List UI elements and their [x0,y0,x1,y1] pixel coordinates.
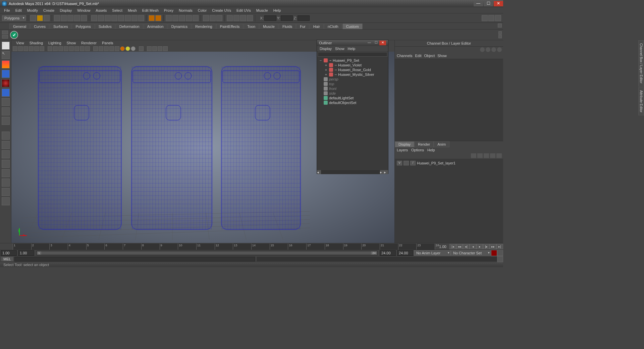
select-tool[interactable]: ↖ [2,42,10,50]
shelf-tab-fur[interactable]: Fur [296,23,309,29]
cb-tab-channels[interactable]: Channels [397,54,412,58]
shelf-scroll-down-icon[interactable] [498,35,502,38]
cb-icon-4[interactable] [497,47,502,52]
vp-film-gate-icon[interactable] [53,46,58,51]
vp-2d-pan-icon[interactable] [34,46,39,51]
vp-gamma-icon[interactable] [163,46,168,51]
select-object-icon[interactable] [74,15,80,21]
menu-color[interactable]: Color [196,8,209,12]
shelf-menu-icon[interactable] [2,31,8,34]
shelf-tab-animation[interactable]: Animation [144,23,167,29]
vp-field-chart-icon[interactable] [69,46,74,51]
vp-ssao-icon[interactable] [120,46,125,51]
outliner-node[interactable]: side [318,91,387,96]
outliner-node[interactable]: +⊸Huawei_Mystic_Silver [318,72,387,77]
shelf-tab-subdivs[interactable]: Subdivs [95,23,115,29]
vp-textured-icon[interactable] [99,46,103,51]
range-start-inner[interactable]: 1.00 [18,250,34,256]
cb-tab-object[interactable]: Object [424,54,435,58]
layout-four-icon[interactable] [2,141,10,149]
vp-xray-joints-icon[interactable] [152,46,157,51]
shelf-tab-fluids[interactable]: Fluids [279,23,296,29]
menu-file[interactable]: File [2,8,12,12]
viewport-menu-panels[interactable]: Panels [100,41,115,45]
outliner-menu-display[interactable]: Display [320,47,332,51]
menu-assets[interactable]: Assets [94,8,109,12]
character-set-dropdown[interactable]: No Character Set [451,250,491,256]
script-editor-icon[interactable] [497,256,503,262]
vp-safe-action-icon[interactable] [74,46,79,51]
range-slider[interactable]: 1.00 1.00 1 24 24.00 24.00 No Anim Layer… [0,250,503,256]
lasso-tool[interactable]: ↖ [2,51,10,59]
vp-grid-icon[interactable] [48,46,52,51]
time-slider[interactable]: 123456789101112131415161718192021222324 … [0,243,503,250]
ipr-render-icon[interactable] [155,15,161,21]
vp-grease-icon[interactable] [40,46,44,51]
layer-tab-render[interactable]: Render [414,141,434,147]
minimize-button[interactable]: — [474,1,483,6]
outliner-scroll-left-icon[interactable]: ◂ [317,170,321,174]
vp-wireframe-icon[interactable] [85,46,90,51]
new-scene-icon[interactable] [30,15,36,21]
shelf-tab-rendering[interactable]: Rendering [192,23,216,29]
menu-muscle[interactable]: Muscle [254,8,270,12]
shelf-tab-painteffects[interactable]: PaintEffects [216,23,244,29]
outliner-node[interactable]: +⊸Huawei_Rose_Gold [318,67,387,72]
layer-row[interactable]: V/Huawei_P9_Set_layer1 [396,160,502,166]
outliner-minimize-button[interactable]: — [366,41,373,45]
snap-curve-icon[interactable] [98,15,104,21]
menu-display[interactable]: Display [58,8,74,12]
vp-motion-blur-icon[interactable] [125,46,130,51]
toggle-icon-3[interactable] [186,15,192,21]
cb-icon-2[interactable] [486,47,490,52]
layer-icon-3[interactable] [484,153,489,158]
shelf-scroll-up2-icon[interactable] [498,31,502,35]
layout-two-h-icon[interactable] [2,150,10,158]
range-cap-end[interactable]: 24 [371,251,377,255]
outliner-titlebar[interactable]: Outliner — ☐ ✕ [317,40,388,46]
layout-two-v-icon[interactable] [2,160,10,168]
layout-persp-icon[interactable] [2,179,10,187]
shelf-tab-curves[interactable]: Curves [30,23,49,29]
vp-bookmarks-icon[interactable] [23,46,28,51]
misc-icon-2[interactable] [233,15,239,21]
coord-z-field[interactable] [298,15,310,21]
vp-shadows-icon[interactable] [109,46,114,51]
layout-three-icon[interactable] [2,169,10,177]
outliner-scroll-end-icon[interactable]: ▸ [384,170,388,174]
construction-history-icon[interactable] [166,15,172,21]
outliner-search-input[interactable] [318,52,387,57]
sidebar-toggle-3-icon[interactable] [495,15,501,21]
outliner-node[interactable]: −⊸Huawei_P9_Set [318,58,387,63]
menu-edit[interactable]: Edit [13,8,24,12]
input-icon-2[interactable] [210,15,216,21]
next-key-button[interactable]: |▸ [483,244,490,249]
layer-tab-display[interactable]: Display [395,141,414,147]
cb-icon-1[interactable] [480,47,485,52]
outliner-node[interactable]: +⊸Huawei_Violet [318,63,387,67]
outliner-close-button[interactable]: ✕ [379,41,386,45]
make-live-icon[interactable] [125,15,131,21]
rotate-tool[interactable] [2,79,10,87]
menu-help[interactable]: Help [271,8,283,12]
move-tool[interactable] [2,70,10,78]
shelf-tab-muscle[interactable]: Muscle [259,23,278,29]
layout-single-icon[interactable] [2,132,10,140]
snap-plane-icon[interactable] [111,15,117,21]
viewport-menu-lighting[interactable]: Lighting [46,41,63,45]
shelf-tab-custom[interactable]: Custom [342,23,363,29]
layer-icon-2[interactable] [477,153,483,158]
history-icon[interactable] [138,15,144,21]
vp-resolution-gate-icon[interactable] [58,46,63,51]
vp-select-camera-icon[interactable] [13,46,17,51]
layer-icon-4[interactable] [490,153,495,158]
layer-icon-1[interactable] [471,153,476,158]
time-ruler[interactable]: 123456789101112131415161718192021222324 [13,244,435,250]
open-scene-icon[interactable] [37,15,43,21]
rewind-button[interactable]: |◂ [449,244,456,249]
vp-gate-mask-icon[interactable] [64,46,68,51]
range-cap-start[interactable]: 1 [37,251,41,255]
coord-y-field[interactable] [281,15,293,21]
shelf-tab-ncloth[interactable]: nCloth [324,23,342,29]
shelf-tab-toon[interactable]: Toon [244,23,259,29]
